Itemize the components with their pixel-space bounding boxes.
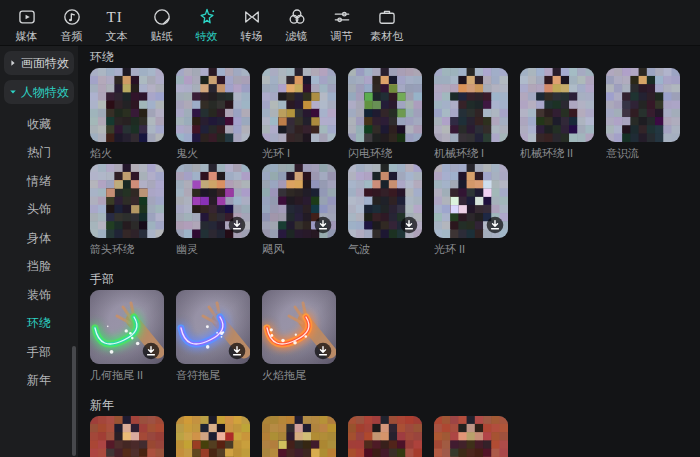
effect-card[interactable]: 光环 I xyxy=(262,68,336,164)
sidebar-item-3[interactable]: 头饰 xyxy=(0,196,78,225)
text-icon: TI xyxy=(107,7,127,27)
effect-label: 意识流 xyxy=(606,146,680,160)
effect-thumbnail xyxy=(520,68,594,142)
effect-thumbnail xyxy=(262,68,336,142)
toolbar-item-label: 媒体 xyxy=(16,31,38,42)
sidebar-item-1[interactable]: 热门 xyxy=(0,139,78,168)
effect-thumbnail xyxy=(262,164,336,238)
effect-card[interactable]: 幽灵 xyxy=(176,164,250,260)
effect-label: 气波 xyxy=(348,242,422,256)
toolbar-item-label: 文本 xyxy=(106,31,128,42)
effect-thumbnail-art xyxy=(434,68,508,142)
effects-grid xyxy=(90,416,700,457)
effect-card[interactable]: 焰火 xyxy=(90,68,164,164)
sidebar-item-5[interactable]: 挡脸 xyxy=(0,253,78,282)
effect-card[interactable]: 几何拖尾 II xyxy=(90,290,164,386)
download-icon[interactable] xyxy=(228,216,246,234)
download-icon[interactable] xyxy=(314,216,332,234)
toolbar-item-label: 特效 xyxy=(196,31,218,42)
effect-card[interactable]: 音符拖尾 xyxy=(176,290,250,386)
effect-label: 机械环绕 I xyxy=(434,146,508,160)
effect-card[interactable]: 机械环绕 II xyxy=(520,68,594,164)
effect-thumbnail xyxy=(606,68,680,142)
effect-thumbnail xyxy=(90,164,164,238)
effect-thumbnail xyxy=(90,68,164,142)
toolbar-item-label: 调节 xyxy=(331,31,353,42)
effect-card[interactable] xyxy=(348,416,422,457)
effect-card[interactable] xyxy=(434,416,508,457)
effect-card[interactable]: 意识流 xyxy=(606,68,680,164)
section-title: 新年 xyxy=(90,398,700,412)
toolbar-item-sticker[interactable]: 贴纸 xyxy=(139,7,184,42)
effect-label: 音符拖尾 xyxy=(176,368,250,382)
effect-card[interactable]: 闪电环绕 xyxy=(348,68,422,164)
toolbar-item-label: 素材包 xyxy=(370,31,403,42)
download-icon[interactable] xyxy=(314,342,332,360)
effect-thumbnail-art xyxy=(348,68,422,142)
toolbar-item-label: 滤镜 xyxy=(286,31,308,42)
effect-thumbnail xyxy=(176,164,250,238)
toolbar-item-effects[interactable]: 特效 xyxy=(184,7,229,42)
effect-card[interactable]: 气波 xyxy=(348,164,422,260)
adjust-icon xyxy=(332,7,352,27)
sidebar-item-9[interactable]: 新年 xyxy=(0,367,78,396)
download-icon[interactable] xyxy=(142,342,160,360)
effects-grid: 几何拖尾 II 音符拖尾 火焰拖尾 xyxy=(90,290,700,386)
effect-thumbnail-art xyxy=(176,416,250,457)
effect-thumbnail xyxy=(176,68,250,142)
toolbar-item-label: 转场 xyxy=(241,31,263,42)
effect-label: 闪电环绕 xyxy=(348,146,422,160)
effect-card[interactable] xyxy=(176,416,250,457)
toolbar-item-text[interactable]: TI 文本 xyxy=(94,7,139,42)
sidebar-item-4[interactable]: 身体 xyxy=(0,224,78,253)
package-icon xyxy=(377,7,397,27)
effect-label: 焰火 xyxy=(90,146,164,160)
effect-thumbnail-art xyxy=(520,68,594,142)
effect-card[interactable]: 鬼火 xyxy=(176,68,250,164)
effect-card[interactable] xyxy=(90,416,164,457)
sidebar-item-2[interactable]: 情绪 xyxy=(0,167,78,196)
effect-card[interactable]: 箭头环绕 xyxy=(90,164,164,260)
sidebar-item-label: 情绪 xyxy=(27,173,51,190)
sidebar-item-label: 新年 xyxy=(27,372,51,389)
effect-thumbnail-art xyxy=(434,416,508,457)
sidebar-group[interactable]: 画面特效 xyxy=(4,51,74,75)
effect-thumbnail xyxy=(176,416,250,457)
effect-thumbnail xyxy=(434,68,508,142)
sidebar-scrollbar-thumb[interactable] xyxy=(72,346,76,456)
chevron-right-icon xyxy=(9,59,17,67)
effects-icon xyxy=(197,7,217,27)
sidebar-group[interactable]: 人物特效 xyxy=(4,80,74,104)
sidebar-item-7[interactable]: 环绕 xyxy=(0,310,78,339)
download-icon[interactable] xyxy=(400,216,418,234)
toolbar-item-filter[interactable]: 滤镜 xyxy=(274,7,319,42)
toolbar-item-transition[interactable]: 转场 xyxy=(229,7,274,42)
download-icon[interactable] xyxy=(486,216,504,234)
transition-icon xyxy=(242,7,262,27)
toolbar-item-adjust[interactable]: 调节 xyxy=(319,7,364,42)
effect-thumbnail-art xyxy=(606,68,680,142)
toolbar-item-media[interactable]: 媒体 xyxy=(4,7,49,42)
effect-thumbnail xyxy=(348,416,422,457)
toolbar-item-material[interactable]: 素材包 xyxy=(364,7,409,42)
audio-icon xyxy=(62,7,82,27)
effects-panel: 环绕 焰火 鬼火 光环 I 闪电环绕 机械环绕 I 机械环绕 II xyxy=(78,46,700,457)
effect-card[interactable]: 飓风 xyxy=(262,164,336,260)
sidebar-item-8[interactable]: 手部 xyxy=(0,338,78,367)
sidebar-item-6[interactable]: 装饰 xyxy=(0,281,78,310)
effect-thumbnail-art xyxy=(176,68,250,142)
effect-card[interactable]: 光环 II xyxy=(434,164,508,260)
download-icon[interactable] xyxy=(228,342,246,360)
effect-thumbnail-art xyxy=(262,68,336,142)
effect-thumbnail xyxy=(176,290,250,364)
effect-thumbnail-art xyxy=(262,416,336,457)
effect-card[interactable]: 机械环绕 I xyxy=(434,68,508,164)
chevron-down-icon xyxy=(9,88,17,96)
effect-thumbnail-art xyxy=(90,68,164,142)
toolbar-item-audio[interactable]: 音频 xyxy=(49,7,94,42)
effect-card[interactable]: 火焰拖尾 xyxy=(262,290,336,386)
effect-label: 光环 II xyxy=(434,242,508,256)
sidebar-item-0[interactable]: 收藏 xyxy=(0,110,78,139)
effect-card[interactable] xyxy=(262,416,336,457)
sidebar-item-label: 挡脸 xyxy=(27,258,51,275)
